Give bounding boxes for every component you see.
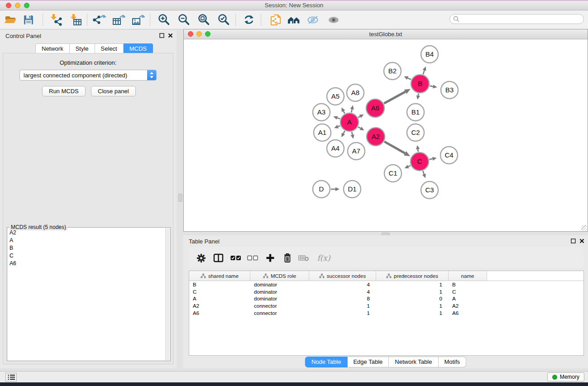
column-header-mcds-role[interactable]: MCDS role	[250, 271, 309, 281]
cell-mcds-role[interactable]: dominator	[250, 282, 309, 287]
zoom-fit-button[interactable]	[195, 12, 212, 28]
add-column-button[interactable]	[264, 252, 276, 264]
delete-table-button[interactable]	[298, 252, 310, 264]
cell-mcds-role[interactable]: dominator	[250, 289, 309, 295]
tab-motifs[interactable]: Motifs	[438, 357, 466, 367]
minimize-window-button[interactable]	[15, 3, 20, 8]
cell-shared-name[interactable]: A	[189, 296, 250, 301]
tab-select[interactable]: Select	[95, 43, 124, 54]
tab-network-table[interactable]: Network Table	[389, 357, 438, 367]
duplicate-network-button[interactable]	[267, 12, 284, 28]
cell-shared-name[interactable]: A6	[189, 310, 250, 316]
optimization-criterion-select[interactable]: largest connected component (directed)	[19, 70, 157, 81]
cell-shared-name[interactable]: A2	[189, 303, 250, 309]
save-session-button[interactable]	[20, 12, 37, 28]
export-image-button[interactable]	[129, 12, 147, 28]
open-file-button[interactable]	[2, 12, 19, 28]
network-minimize-button[interactable]	[196, 31, 202, 37]
cell-predecessor-nodes[interactable]: 1	[376, 289, 449, 295]
table-row[interactable]: Adominator80A	[189, 295, 583, 302]
graph-edge-C-C1[interactable]	[408, 166, 411, 167]
graph-edge-A-A4[interactable]	[343, 131, 344, 133]
graph-edge-B-B4[interactable]	[423, 70, 425, 74]
table-settings-button[interactable]	[195, 252, 207, 264]
import-table-button[interactable]	[67, 12, 84, 28]
cell-name[interactable]: A	[449, 296, 487, 301]
run-mcds-button[interactable]: Run MCDS	[42, 86, 86, 96]
cell-mcds-role[interactable]: connector	[250, 303, 309, 309]
select-all-button[interactable]	[230, 252, 242, 264]
graph-edge-A-A7[interactable]	[352, 132, 353, 135]
graph-edge-B-B3[interactable]	[430, 86, 433, 87]
search-field[interactable]	[449, 14, 584, 24]
graph-edge-A-A5[interactable]	[344, 111, 345, 114]
export-network-button[interactable]	[91, 12, 108, 28]
close-panel-button[interactable]: Close panel	[91, 86, 136, 96]
graph-edge-C-C4[interactable]	[430, 159, 433, 160]
graph-edge-A-A8[interactable]	[351, 109, 352, 112]
cell-name[interactable]: A6	[449, 310, 487, 316]
deselect-all-button[interactable]	[247, 252, 258, 264]
zoom-window-button[interactable]	[24, 3, 29, 8]
cell-predecessor-nodes[interactable]: 0	[376, 296, 449, 301]
result-item[interactable]: A2	[7, 229, 166, 237]
cell-predecessor-nodes[interactable]: 1	[376, 282, 449, 287]
column-header-successor-nodes[interactable]: successor nodes	[309, 271, 376, 281]
close-panel-icon[interactable]	[168, 33, 173, 38]
graph-edge-C-C3[interactable]	[423, 171, 424, 174]
float-table-panel-icon[interactable]	[571, 238, 576, 243]
cell-mcds-role[interactable]: dominator	[250, 296, 309, 301]
vertical-splitter-handle[interactable]	[178, 194, 182, 202]
network-close-button[interactable]	[188, 31, 193, 37]
graph-edge-A6-B[interactable]	[384, 92, 405, 104]
graph-edge-A2-C[interactable]	[384, 142, 405, 153]
cell-name[interactable]: A2	[449, 303, 487, 309]
close-window-button[interactable]	[6, 3, 11, 8]
search-input[interactable]	[459, 15, 583, 23]
close-table-panel-icon[interactable]	[579, 238, 584, 243]
tab-style[interactable]: Style	[70, 43, 95, 54]
graph-edge-A-A2[interactable]	[358, 127, 360, 129]
float-panel-icon[interactable]	[159, 33, 164, 38]
cell-shared-name[interactable]: C	[189, 289, 250, 295]
network-canvas[interactable]: B4B2BB3A5A8A6A3B1AA1C2A2A4A7C4CC1C3DD1	[184, 39, 588, 231]
export-table-button[interactable]	[110, 12, 127, 28]
cell-name[interactable]: C	[449, 289, 487, 295]
column-header-shared-name[interactable]: shared name	[189, 271, 250, 281]
result-item[interactable]: C	[7, 252, 166, 260]
delete-columns-button[interactable]	[282, 252, 293, 264]
result-item[interactable]: B	[7, 244, 166, 252]
graph-edge-A-A6[interactable]	[358, 116, 360, 117]
hide-selected-button[interactable]	[305, 12, 322, 28]
cell-successor-nodes[interactable]: 1	[309, 310, 376, 316]
column-header-predecessor-nodes[interactable]: predecessor nodes	[376, 271, 449, 281]
tab-node-table[interactable]: Node Table	[305, 357, 348, 367]
table-row[interactable]: Cdominator41C	[189, 288, 583, 295]
graph-edge-A-A1[interactable]	[338, 126, 340, 127]
graph-edge-B-B2[interactable]	[408, 78, 411, 79]
function-builder-button[interactable]: f(x)	[315, 252, 333, 264]
network-zoom-button[interactable]	[205, 31, 210, 37]
tab-mcds[interactable]: MCDS	[124, 43, 153, 54]
table-row[interactable]: A6connector11A6	[189, 310, 583, 317]
cell-mcds-role[interactable]: connector	[250, 310, 309, 316]
task-history-button[interactable]	[5, 373, 17, 381]
cell-successor-nodes[interactable]: 1	[309, 303, 376, 309]
refresh-button[interactable]	[240, 12, 258, 28]
cell-successor-nodes[interactable]: 4	[309, 282, 376, 287]
zoom-in-button[interactable]	[155, 12, 172, 28]
graph-edge-C-C2[interactable]	[418, 149, 418, 152]
cell-predecessor-nodes[interactable]: 1	[376, 310, 449, 316]
graph-edge-A-A3[interactable]	[337, 118, 340, 119]
cell-successor-nodes[interactable]: 4	[309, 289, 376, 295]
table-row[interactable]: A2connector11A2	[189, 302, 583, 310]
cell-predecessor-nodes[interactable]: 1	[376, 303, 449, 309]
table-row[interactable]: Bdominator41B	[189, 281, 583, 288]
show-all-button[interactable]	[325, 12, 342, 28]
tab-edge-table[interactable]: Edge Table	[347, 357, 389, 367]
graph-edge-B-B1[interactable]	[418, 94, 419, 96]
cell-shared-name[interactable]: B	[189, 282, 250, 287]
zoom-selected-button[interactable]	[215, 12, 232, 28]
cell-name[interactable]: B	[449, 282, 487, 287]
import-network-button[interactable]	[47, 12, 64, 28]
